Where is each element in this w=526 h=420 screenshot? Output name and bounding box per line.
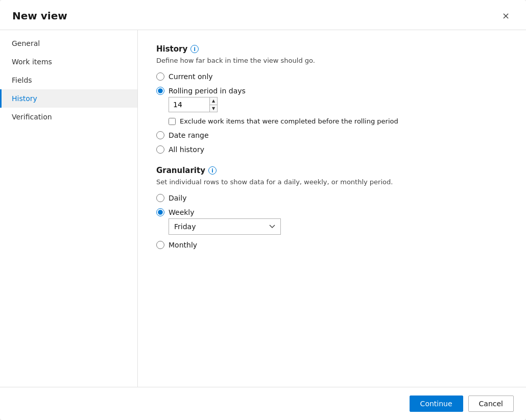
granularity-radio-weekly[interactable] — [156, 208, 164, 216]
granularity-description: Set individual rows to show data for a d… — [156, 178, 508, 186]
dialog-footer: Continue Cancel — [0, 387, 526, 420]
history-option-rolling-period[interactable]: Rolling period in days — [156, 87, 508, 95]
close-button[interactable]: × — [498, 9, 514, 22]
spinner-down-button[interactable]: ▼ — [210, 105, 217, 112]
rolling-period-sub: ▲ ▼ Exclude work items that were complet… — [169, 97, 508, 125]
spinner-up-button[interactable]: ▲ — [210, 97, 217, 105]
sidebar: General Work items Fields History Verifi… — [0, 30, 138, 387]
history-radio-all-history[interactable] — [156, 145, 164, 154]
granularity-radio-group: Daily Weekly Monday Tuesday Wednesday Th… — [156, 194, 508, 249]
history-section-title: History i — [156, 44, 508, 54]
new-view-dialog: New view × General Work items Fields His… — [0, 0, 526, 420]
granularity-option-monthly[interactable]: Monthly — [156, 241, 508, 249]
dialog-header: New view × — [0, 0, 526, 30]
weekly-day-select[interactable]: Monday Tuesday Wednesday Thursday Friday… — [169, 218, 281, 235]
granularity-option-daily[interactable]: Daily — [156, 194, 508, 202]
history-option-rolling-wrapper: Rolling period in days ▲ ▼ Exclud — [156, 87, 508, 125]
rolling-period-spinner: ▲ ▼ — [169, 97, 508, 112]
dialog-body: General Work items Fields History Verifi… — [0, 30, 526, 387]
history-radio-date-range[interactable] — [156, 131, 164, 139]
history-option-current-only[interactable]: Current only — [156, 72, 508, 81]
sidebar-item-work-items[interactable]: Work items — [0, 53, 137, 71]
sidebar-item-general[interactable]: General — [0, 34, 137, 53]
history-option-all-history[interactable]: All history — [156, 145, 508, 154]
granularity-option-weekly-wrapper: Weekly Monday Tuesday Wednesday Thursday… — [156, 208, 508, 235]
main-content: History i Define how far back in time th… — [138, 30, 526, 387]
history-radio-rolling-period[interactable] — [156, 87, 164, 95]
history-radio-group: Current only Rolling period in days ▲ ▼ — [156, 72, 508, 154]
exclude-completed-option[interactable]: Exclude work items that were completed b… — [169, 117, 508, 125]
sidebar-item-fields[interactable]: Fields — [0, 71, 137, 89]
exclude-completed-checkbox[interactable] — [169, 118, 176, 125]
history-radio-current-only[interactable] — [156, 72, 164, 81]
history-info-icon: i — [190, 45, 199, 53]
dialog-title: New view — [12, 10, 67, 22]
granularity-radio-monthly[interactable] — [156, 241, 164, 249]
granularity-section-title: Granularity i — [156, 166, 508, 175]
history-description: Define how far back in time the view sho… — [156, 57, 508, 64]
sidebar-item-verification[interactable]: Verification — [0, 108, 137, 126]
history-option-date-range[interactable]: Date range — [156, 131, 508, 139]
weekly-sub: Monday Tuesday Wednesday Thursday Friday… — [169, 218, 508, 235]
rolling-days-input[interactable] — [169, 97, 209, 112]
sidebar-item-history[interactable]: History — [0, 89, 137, 108]
granularity-option-weekly[interactable]: Weekly — [156, 208, 508, 216]
continue-button[interactable]: Continue — [410, 396, 463, 412]
granularity-info-icon: i — [208, 166, 217, 175]
granularity-radio-daily[interactable] — [156, 194, 164, 202]
spinner-buttons: ▲ ▼ — [209, 97, 218, 112]
cancel-button[interactable]: Cancel — [468, 396, 514, 412]
